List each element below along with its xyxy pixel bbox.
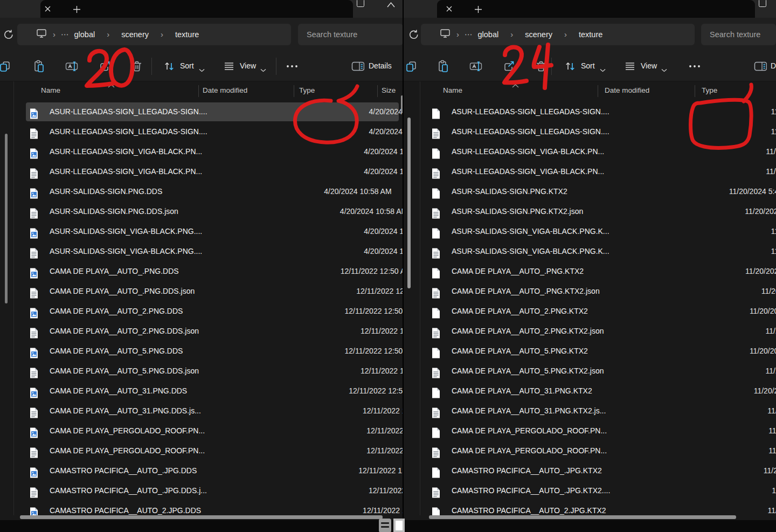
column-header-name[interactable]: Name (443, 84, 462, 98)
file-row[interactable]: CAMA DE PLAYA__AUTO_31.PNG.DDS12/11/2022… (0, 381, 403, 401)
column-divider[interactable] (294, 85, 294, 97)
file-row[interactable]: CAMA DE PLAYA__AUTO_.PNG.KTX2.json11/20/… (404, 281, 776, 301)
view-button[interactable]: View (641, 51, 657, 81)
maximize-restore-icon[interactable] (357, 0, 364, 7)
share-icon[interactable] (503, 60, 516, 73)
sort-icon[interactable] (564, 60, 577, 73)
file-row[interactable]: CAMA DE PLAYA__AUTO_2.PNG.KTX211/20/2024… (404, 301, 776, 321)
file-row[interactable]: CAMASTRO PACIFICA__AUTO_.JPG.DDS12/11/20… (0, 461, 403, 481)
file-row[interactable]: CAMA DE PLAYA__AUTO_31.PNG.DDS.js...12/1… (0, 401, 403, 421)
rename-icon[interactable] (65, 60, 78, 73)
tab-close-icon[interactable] (445, 4, 453, 13)
sort-button[interactable]: Sort (180, 51, 194, 81)
file-row[interactable]: ASUR-LLEGADAS-SIGN_LLEGADAS-SIGN....11/2… (404, 122, 776, 142)
sort-icon[interactable] (163, 60, 176, 73)
file-row[interactable]: CAMA DE PLAYA__AUTO_5.PNG.KTX2.json11/20… (404, 361, 776, 381)
file-row[interactable]: CAMA DE PLAYA__AUTO_2.PNG.DDS12/11/2022 … (0, 301, 403, 321)
new-tab-icon[interactable] (71, 4, 82, 15)
taskbar-list-window-icon[interactable] (379, 519, 391, 532)
breadcrumb-item-texture[interactable]: texture (579, 30, 602, 39)
file-row[interactable]: CAMA DE PLAYA__AUTO_.PNG.DDS12/11/2022 1… (0, 261, 403, 281)
file-row[interactable]: CAMA DE PLAYA__AUTO_5.PNG.DDS.json12/11/… (0, 361, 403, 381)
copy-icon[interactable] (405, 60, 418, 73)
file-row[interactable]: CAMASTRO PACIFICA__AUTO_.JPG.KTX2....11/… (404, 481, 776, 501)
file-row[interactable]: ASUR-LLEGADAS-SIGN_VIGA-BLACK.PN...11/20… (404, 162, 776, 182)
breadcrumb-overflow[interactable]: ⋯ (61, 30, 74, 39)
file-row[interactable]: ASUR-LLEGADAS-SIGN_LLEGADAS-SIGN....4/20… (0, 122, 403, 142)
file-row[interactable]: ASUR-SALIDAS-SIGN_VIGA-BLACK.PNG....4/20… (0, 222, 403, 241)
more-options-icon[interactable] (688, 60, 701, 73)
file-row[interactable]: ASUR-SALIDAS-SIGN.PNG.KTX211/20/2024 5:4… (404, 182, 776, 202)
file-row[interactable]: CAMA DE PLAYA_PERGOLADO_ROOF.PN...12/11/… (0, 421, 403, 441)
column-divider[interactable] (198, 85, 199, 97)
file-row[interactable]: CAMA DE PLAYA__AUTO_.PNG.KTX211/20/2024 … (404, 261, 776, 281)
breadcrumb-overflow[interactable]: ⋯ (465, 30, 478, 39)
column-header-size[interactable]: Size (382, 84, 396, 98)
file-row[interactable]: CAMA DE PLAYA__AUTO_31.PNG.KTX2.js...11/… (404, 401, 776, 421)
active-tab[interactable] (40, 0, 353, 18)
active-tab[interactable] (437, 0, 755, 18)
details-pane-button[interactable]: Details (369, 51, 392, 81)
file-row[interactable]: CAMA DE PLAYA__AUTO_31.PNG.KTX211/20/202… (404, 381, 776, 401)
column-divider[interactable] (598, 85, 598, 97)
refresh-icon[interactable] (3, 29, 14, 40)
column-header-date[interactable]: Date modified (203, 84, 247, 98)
more-options-icon[interactable] (286, 60, 299, 73)
nav-pane-scrollbar[interactable] (5, 134, 8, 303)
column-divider[interactable] (377, 85, 378, 97)
details-pane-button[interactable]: D (771, 51, 776, 81)
file-row[interactable]: ASUR-SALIDAS-SIGN.PNG.DDS4/20/2024 10:58… (0, 182, 403, 202)
details-pane-icon[interactable] (351, 60, 364, 73)
file-row[interactable]: ASUR-LLEGADAS-SIGN_LLEGADAS-SIGN....11/2… (404, 102, 776, 122)
file-row[interactable]: ASUR-LLEGADAS-SIGN_VIGA-BLACK.PN...11/20… (404, 142, 776, 162)
column-header-date[interactable]: Date modified (605, 84, 649, 98)
file-row[interactable]: CAMASTRO PACIFICA__AUTO_.JPG.DDS.j...12/… (0, 481, 403, 501)
paste-icon[interactable] (33, 60, 46, 73)
breadcrumb-item-scenery[interactable]: scenery (121, 30, 149, 39)
maximize-restore-icon[interactable] (759, 0, 766, 7)
this-pc-icon[interactable] (36, 28, 47, 41)
file-row[interactable]: CAMASTRO PACIFICA__AUTO_.JPG.KTX211/20/2… (404, 461, 776, 481)
view-icon[interactable] (623, 60, 636, 73)
copy-icon[interactable] (0, 60, 11, 73)
horizontal-scrollbar[interactable] (429, 515, 736, 519)
file-row[interactable]: CAMASTRO PACIFICA__AUTO_2.JPG.DDS12/11/2… (0, 501, 403, 515)
details-pane-icon[interactable] (754, 60, 767, 73)
file-row[interactable]: ASUR-LLEGADAS-SIGN_LLEGADAS-SIGN....4/20… (0, 102, 403, 122)
this-pc-icon[interactable] (439, 28, 451, 41)
horizontal-scrollbar[interactable] (20, 515, 383, 519)
view-icon[interactable] (223, 60, 235, 73)
close-window-icon[interactable] (387, 0, 395, 10)
file-row[interactable]: ASUR-SALIDAS-SIGN.PNG.KTX2.json11/20/202… (404, 202, 776, 222)
delete-icon[interactable] (535, 60, 548, 73)
paste-icon[interactable] (437, 60, 450, 73)
file-row[interactable]: ASUR-SALIDAS-SIGN_VIGA-BLACK.PNG.K...11/… (404, 241, 776, 261)
taskbar-white-window-icon[interactable] (393, 519, 405, 532)
column-header-type[interactable]: Type (702, 84, 717, 98)
nav-pane-scrollbar[interactable] (407, 118, 411, 288)
file-row[interactable]: CAMA DE PLAYA_PERGOLADO_ROOF.PN...12/11/… (0, 441, 403, 461)
search-input[interactable] (701, 24, 776, 45)
breadcrumb-item-texture[interactable]: texture (175, 30, 199, 39)
file-row[interactable]: CAMA DE PLAYA__AUTO_2.PNG.KTX2.json11/20… (404, 321, 776, 341)
sort-button[interactable]: Sort (581, 51, 595, 81)
column-header-name[interactable]: Name (41, 84, 60, 98)
tab-close-icon[interactable] (43, 4, 52, 13)
column-header-type[interactable]: Type (299, 84, 315, 98)
refresh-icon[interactable] (408, 29, 419, 40)
file-row[interactable]: CAMA DE PLAYA__AUTO_.PNG.DDS.json12/11/2… (0, 281, 403, 301)
file-row[interactable]: ASUR-SALIDAS-SIGN.PNG.DDS.json4/20/2024 … (0, 202, 403, 222)
file-row[interactable]: ASUR-SALIDAS-SIGN_VIGA-BLACK.PNG....4/20… (0, 241, 403, 261)
rename-icon[interactable] (469, 60, 482, 73)
file-row[interactable]: ASUR-LLEGADAS-SIGN_VIGA-BLACK.PN...4/20/… (0, 142, 403, 162)
file-row[interactable]: CAMA DE PLAYA_PERGOLADO_ROOF.PN...11/20/… (404, 421, 776, 441)
breadcrumb-item-global[interactable]: global (478, 30, 499, 39)
file-row[interactable]: CAMA DE PLAYA_PERGOLADO_ROOF.PN...11/20/… (404, 441, 776, 461)
breadcrumb-item-scenery[interactable]: scenery (525, 30, 552, 39)
breadcrumb-item-global[interactable]: global (74, 30, 95, 39)
file-row[interactable]: CAMA DE PLAYA__AUTO_5.PNG.KTX211/20/2024… (404, 341, 776, 361)
delete-icon[interactable] (130, 60, 143, 73)
file-row[interactable]: ASUR-LLEGADAS-SIGN_VIGA-BLACK.PN...4/20/… (0, 162, 403, 182)
column-divider[interactable] (695, 85, 695, 97)
search-input[interactable] (298, 24, 403, 45)
